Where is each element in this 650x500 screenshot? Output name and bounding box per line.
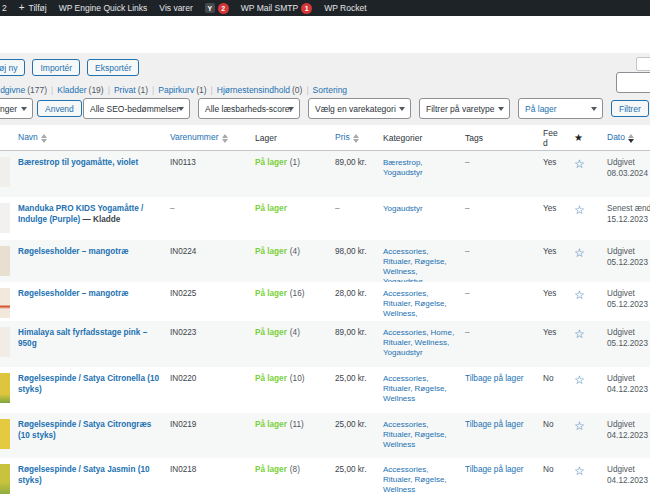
product-name-link[interactable]: Røgelsespinde / Satya Citronella (10 sty…: [18, 374, 159, 394]
product-tags-links[interactable]: –: [465, 204, 470, 213]
product-name-link[interactable]: Bærestrop til yogamåtte, violet: [18, 158, 138, 167]
star-icon: ★: [574, 132, 583, 143]
product-date: Udgivet08.03.2024 kl.: [607, 158, 650, 197]
column-header-date[interactable]: Dato: [607, 132, 650, 142]
column-header-featured: ★: [574, 132, 607, 143]
featured-star-icon[interactable]: ☆: [574, 464, 585, 478]
product-price: 98,00 kr.: [335, 247, 383, 282]
product-type-select[interactable]: Filtrer på varetype: [419, 98, 510, 119]
product-tags-links[interactable]: Tilbage på lager: [465, 374, 523, 383]
chevron-down-icon: [288, 107, 294, 111]
table-row: Røgelsesholder – mangotræ IN0225 På lage…: [0, 282, 650, 321]
product-stock: På lager(10): [255, 374, 335, 413]
product-tags-links[interactable]: –: [465, 158, 470, 167]
featured-star-icon[interactable]: ☆: [574, 327, 585, 341]
column-header-stock: Lager: [255, 133, 335, 143]
chevron-down-icon: [498, 107, 504, 111]
column-header-categories: Kategorier: [383, 133, 465, 143]
view-sorting-link[interactable]: Sortering: [313, 85, 348, 95]
product-name-link[interactable]: Røgelsesholder – mangotræ: [18, 247, 129, 256]
apply-button[interactable]: Anvend: [37, 100, 82, 117]
view-published-link[interactable]: Udgivne: [0, 85, 25, 95]
featured-star-icon[interactable]: ☆: [574, 373, 585, 387]
product-thumbnail: [0, 464, 10, 494]
product-sku: IN0113: [170, 158, 255, 197]
product-stock: På lager(8): [255, 465, 335, 495]
table-row: Himalaya salt fyrfadsstage pink – 950g I…: [0, 321, 650, 367]
product-stock: På lager(11): [255, 420, 335, 458]
readability-scores-select[interactable]: Alle læsbarheds-scorer: [198, 98, 300, 119]
product-categories-links[interactable]: Accessories, Ritualer, Røgelse, Wellness…: [383, 289, 465, 321]
products-table: Navn Varenummer Lager Pris Kategorier Ta…: [0, 125, 650, 495]
column-header-name[interactable]: Navn: [0, 132, 170, 142]
product-sku: IN0224: [170, 247, 255, 282]
product-price: 89,00 kr.: [335, 158, 383, 197]
products-toolbar: Tilføj ny Importér Eksportér: [0, 59, 139, 76]
featured-star-icon[interactable]: ☆: [574, 419, 585, 433]
product-category-select[interactable]: Vælg en varekategori: [308, 98, 411, 119]
product-categories-links[interactable]: Accessories, Ritualer, Røgelse, Wellness: [383, 420, 465, 458]
view-cornerstone-link[interactable]: Hjørnestensindhold: [217, 85, 290, 95]
admin-bar-wp-engine-quick-links[interactable]: WP Engine Quick Links: [53, 0, 154, 16]
product-name-link[interactable]: Røgelsesholder – mangotræ: [18, 289, 129, 298]
product-categories-links[interactable]: Bærestrop, Yogaudstyr: [383, 158, 465, 197]
product-categories-links[interactable]: Accessories, Ritualer, Røgelse, Wellness…: [383, 247, 465, 282]
product-categories-links[interactable]: Accessories, Ritualer, Røgelse, Wellness: [383, 465, 465, 495]
featured-star-icon[interactable]: ☆: [574, 246, 585, 260]
view-drafts-link[interactable]: Kladder: [57, 85, 86, 95]
export-button[interactable]: Eksportér: [87, 59, 139, 76]
comments-count[interactable]: 2: [0, 0, 13, 16]
product-tags-links[interactable]: –: [465, 328, 470, 337]
column-header-price[interactable]: Pris: [335, 132, 383, 142]
admin-bar-yoast-menu[interactable]: Y 2: [199, 0, 235, 16]
product-name-link[interactable]: Røgelsespinde / Satya Jasmin (10 styks): [18, 465, 150, 485]
add-new-product-button[interactable]: Tilføj ny: [0, 59, 25, 76]
status-filter-links: Udgivne(177)| Kladder(19)| Privat(1)| Pa…: [0, 85, 347, 95]
seo-scores-select[interactable]: Alle SEO-bedømmelser: [83, 98, 190, 119]
product-feed-status: No: [543, 465, 574, 495]
product-feed-status: Yes: [543, 204, 574, 240]
column-header-sku[interactable]: Varenummer: [170, 132, 255, 142]
admin-bar-wp-mail-smtp[interactable]: WP Mail SMTP 1: [235, 0, 318, 16]
product-date: Udgivet05.12.2023 kl.: [607, 328, 650, 367]
admin-bar-view-products[interactable]: Vis varer: [153, 0, 198, 16]
product-categories-links[interactable]: Accessories, Home, Ritualer, Wellness, Y…: [383, 328, 465, 367]
featured-star-icon[interactable]: ☆: [574, 288, 585, 302]
product-thumbnail: [0, 288, 10, 318]
product-sku: IN0220: [170, 374, 255, 413]
view-private-link[interactable]: Privat: [114, 85, 136, 95]
product-categories-links[interactable]: Accessories, Ritualer, Røgelse, Wellness: [383, 374, 465, 413]
product-tags-links[interactable]: Tilbage på lager: [465, 465, 523, 474]
product-thumbnail: [0, 246, 10, 276]
view-trash-link[interactable]: Papirkurv: [158, 85, 194, 95]
screen-options-tab[interactable]: [636, 57, 650, 71]
product-tags-links[interactable]: –: [465, 289, 470, 298]
admin-bar-new-button[interactable]: + Tilføj: [13, 0, 53, 16]
search-products-input[interactable]: [616, 72, 650, 93]
stock-status-select[interactable]: På lager: [518, 98, 603, 119]
chevron-down-icon: [591, 107, 597, 111]
mail-smtp-notification-badge: 1: [301, 3, 312, 14]
admin-bar-wp-rocket[interactable]: WP Rocket: [318, 0, 372, 16]
product-name-link[interactable]: Himalaya salt fyrfadsstage pink – 950g: [18, 328, 147, 348]
filter-button[interactable]: Filtrer: [611, 100, 649, 117]
product-thumbnail: [0, 419, 10, 449]
featured-star-icon[interactable]: ☆: [574, 157, 585, 171]
filter-bar: Handlinger Anvend Alle SEO-bedømmelser A…: [0, 98, 650, 120]
product-sku: IN0219: [170, 420, 255, 458]
product-date: Udgivet04.12.2023 kl.: [607, 374, 650, 413]
product-tags-links[interactable]: –: [465, 247, 470, 256]
bulk-actions-select[interactable]: Handlinger: [0, 98, 33, 119]
product-thumbnail: [0, 373, 10, 403]
product-name-link[interactable]: Røgelsespinde / Satya Citrongræs (10 sty…: [18, 420, 151, 440]
table-row: Bærestrop til yogamåtte, violet IN0113 P…: [0, 151, 650, 197]
product-tags-links[interactable]: Tilbage på lager: [465, 420, 523, 429]
product-date: Udgivet05.12.2023 kl.: [607, 247, 650, 282]
product-feed-status: No: [543, 374, 574, 413]
import-button[interactable]: Importér: [32, 59, 80, 76]
product-stock: På lager(4): [255, 328, 335, 367]
product-categories-links[interactable]: Yogaudstyr: [383, 204, 465, 240]
featured-star-icon[interactable]: ☆: [574, 203, 585, 217]
table-row: Røgelsesholder – mangotræ IN0224 På lage…: [0, 240, 650, 282]
product-stock: På lager(16): [255, 289, 335, 321]
